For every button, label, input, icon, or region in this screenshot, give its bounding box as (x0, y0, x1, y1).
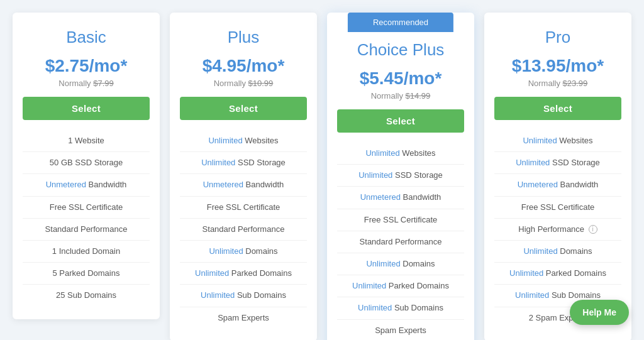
feature-item: 1 Included Domain (23, 241, 150, 263)
feature-item: Unlimited Websites (494, 130, 621, 152)
plan-normal-price: Normally $10.99 (180, 79, 307, 88)
feature-item: Unlimited Websites (180, 130, 307, 152)
highlight-word: Unlimited (201, 290, 235, 300)
plan-name: Basic (23, 28, 150, 47)
feature-item: Unlimited Websites (337, 143, 464, 165)
highlight-word: Unmetered (203, 180, 243, 189)
highlight-word: Unmetered (46, 180, 86, 189)
plan-normal-price: Normally $7.99 (23, 79, 150, 88)
feature-item: Unlimited SSD Storage (180, 152, 307, 174)
info-icon: i (589, 225, 597, 234)
highlight-word: Unlimited (201, 158, 235, 167)
feature-item: Unlimited SSD Storage (494, 152, 621, 174)
feature-item: 25 Sub Domains (23, 285, 150, 306)
feature-item: Unlimited Domains (337, 253, 464, 275)
plan-name: Pro (494, 28, 621, 47)
feature-item: Unlimited Parked Domains (337, 275, 464, 297)
highlight-word: Unmetered (360, 192, 401, 202)
feature-item: Standard Performance (23, 219, 150, 241)
recommended-badge: Recommended (348, 13, 453, 32)
feature-item: Unlimited Domains (494, 241, 621, 263)
highlight-word: Unlimited (195, 268, 229, 278)
highlight-word: Unlimited (358, 303, 392, 312)
highlight-word: Unlimited (209, 246, 243, 256)
feature-item: 50 GB SSD Storage (23, 152, 150, 174)
highlight-word: Unlimited (208, 136, 242, 145)
plan-price: $13.95/mo* (494, 56, 621, 76)
plan-name: Plus (180, 28, 307, 47)
feature-item: Unlimited SSD Storage (337, 165, 464, 187)
pricing-wrapper: Basic$2.75/mo*Normally $7.99Select1 Webs… (13, 13, 631, 340)
feature-item: Free SSL Certificate (180, 197, 307, 219)
feature-item: 1 Website (23, 130, 150, 152)
plan-card-basic: Basic$2.75/mo*Normally $7.99Select1 Webs… (13, 13, 160, 319)
select-button[interactable]: Select (494, 97, 621, 120)
highlight-word: Unmetered (518, 180, 558, 189)
feature-item: Free SSL Certificate (337, 209, 464, 231)
plan-price: $4.95/mo* (180, 56, 307, 76)
plan-price: $2.75/mo* (23, 56, 150, 76)
select-button[interactable]: Select (180, 97, 307, 120)
feature-item: Unlimited Parked Domains (494, 263, 621, 285)
highlight-word: Unlimited (365, 148, 399, 158)
feature-item: Unmetered Bandwidth (337, 187, 464, 209)
feature-item: Unlimited Sub Domains (337, 297, 464, 319)
highlight-word: Unlimited (358, 170, 392, 180)
feature-item: Spam Experts (337, 320, 464, 341)
feature-item: High Performance i (494, 219, 621, 241)
plan-card-plus: Plus$4.95/mo*Normally $10.99SelectUnlimi… (170, 13, 317, 340)
feature-item: Unlimited Domains (180, 241, 307, 263)
highlight-word: Unlimited (523, 136, 557, 145)
highlight-word: Unlimited (366, 259, 400, 268)
plan-card-pro: Pro$13.95/mo*Normally $23.99SelectUnlimi… (484, 13, 631, 340)
plan-name: Choice Plus (337, 40, 464, 60)
feature-item: Unlimited Parked Domains (180, 263, 307, 285)
features-list: Unlimited WebsitesUnlimited SSD StorageU… (494, 130, 621, 329)
highlight-word: Unlimited (516, 158, 550, 167)
highlight-word: Unlimited (515, 290, 549, 300)
highlight-word: Unlimited (523, 246, 557, 256)
feature-item: Unmetered Bandwidth (180, 174, 307, 196)
feature-item: Free SSL Certificate (23, 197, 150, 219)
cards-container: Basic$2.75/mo*Normally $7.99Select1 Webs… (13, 13, 631, 340)
feature-item: Standard Performance (180, 219, 307, 241)
feature-item: 5 Parked Domains (23, 263, 150, 285)
feature-item: Spam Experts (180, 307, 307, 329)
features-list: 1 Website50 GB SSD StorageUnmetered Band… (23, 130, 150, 307)
feature-item: Free SSL Certificate (494, 197, 621, 219)
feature-item: Unmetered Bandwidth (23, 174, 150, 196)
plan-normal-price: Normally $23.99 (494, 79, 621, 88)
plan-card-choice-plus: RecommendedChoice Plus$5.45/mo*Normally … (327, 13, 474, 340)
feature-item: Unlimited Sub Domains (180, 285, 307, 307)
feature-item: Standard Performance (337, 231, 464, 253)
select-button[interactable]: Select (23, 97, 150, 120)
plan-normal-price: Normally $14.99 (337, 91, 464, 101)
features-list: Unlimited WebsitesUnlimited SSD StorageU… (180, 130, 307, 329)
features-list: Unlimited WebsitesUnlimited SSD StorageU… (337, 143, 464, 340)
feature-item: Unmetered Bandwidth (494, 174, 621, 196)
highlight-word: Unlimited (352, 281, 386, 290)
highlight-word: Unlimited (509, 268, 543, 278)
select-button[interactable]: Select (337, 109, 464, 133)
help-button[interactable]: Help Me (570, 300, 629, 325)
plan-price: $5.45/mo* (337, 69, 464, 89)
